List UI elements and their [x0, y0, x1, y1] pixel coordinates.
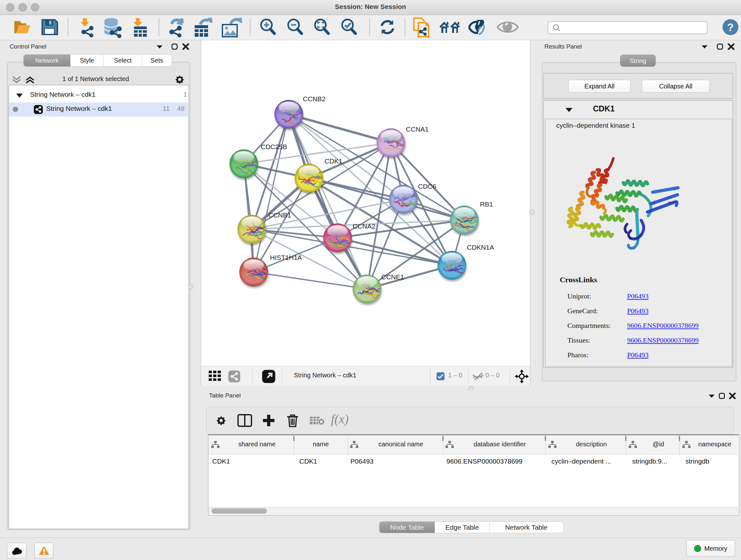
svg-text:HIST1H1A: HIST1H1A [270, 254, 302, 261]
svg-text:CDC6: CDC6 [418, 183, 436, 190]
svg-text:CCNA1: CCNA1 [406, 125, 428, 133]
svg-text:CCNB1: CCNB1 [268, 211, 291, 219]
svg-text:CDK1: CDK1 [325, 158, 342, 165]
svg-text:CDKN1A: CDKN1A [467, 244, 494, 251]
svg-text:CCNA2: CCNA2 [353, 223, 375, 230]
svg-text:RB1: RB1 [480, 200, 493, 208]
svg-text:CCNB2: CCNB2 [303, 95, 326, 103]
svg-text:CDC25B: CDC25B [261, 143, 287, 150]
svg-text:CCNE1: CCNE1 [381, 273, 404, 281]
